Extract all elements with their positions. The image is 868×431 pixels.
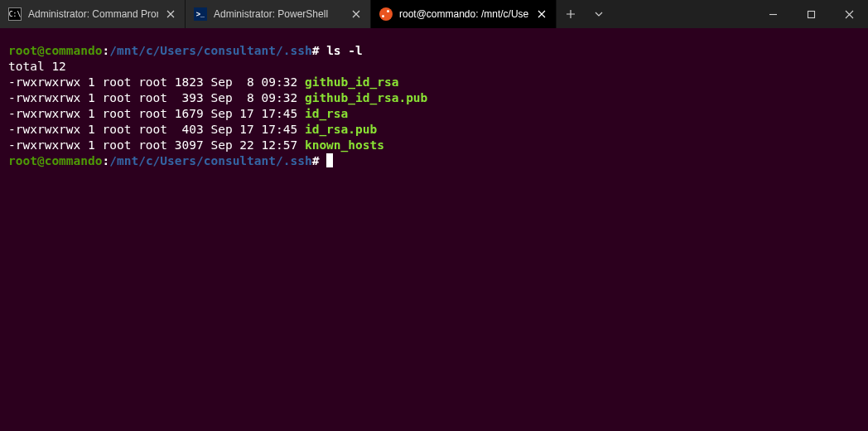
file-name: id_rsa [305, 107, 348, 120]
terminal-line: root@commando:/mnt/c/Users/consultant/.s… [8, 43, 860, 59]
ubuntu-icon [379, 7, 393, 21]
prompt-colon: : [103, 44, 110, 57]
close-icon[interactable] [536, 8, 547, 20]
prompt-colon: : [103, 154, 110, 167]
file-listing-row: -rwxrwxrwx 1 root root 393 Sep 8 09:32 g… [8, 90, 860, 106]
file-name: github_id_rsa [305, 75, 399, 89]
file-listing-row: -rwxrwxrwx 1 root root 1679 Sep 17 17:45… [8, 106, 860, 122]
terminal[interactable]: root@commando:/mnt/c/Users/consultant/.s… [0, 28, 868, 431]
tab-label: root@commando: /mnt/c/Users [399, 8, 529, 20]
close-icon[interactable] [165, 8, 176, 20]
prompt-path: /mnt/c/Users/consultant/.ssh [109, 44, 311, 57]
tab-label: Administrator: PowerShell [214, 8, 344, 20]
file-name: id_rsa.pub [305, 123, 377, 136]
prompt-symbol: # [312, 44, 320, 57]
new-tab-button[interactable] [557, 0, 585, 28]
file-name: known_hosts [305, 138, 384, 152]
tab-dropdown-button[interactable] [585, 0, 613, 28]
terminal-line: total 12 [8, 59, 860, 75]
terminal-line: root@commando:/mnt/c/Users/consultant/.s… [8, 153, 860, 169]
tab-ubuntu[interactable]: root@commando: /mnt/c/Users [371, 0, 557, 28]
titlebar-rest [557, 0, 868, 28]
tab-powershell[interactable]: >_ Administrator: PowerShell [186, 0, 371, 28]
close-window-button[interactable] [830, 0, 868, 28]
prompt-user-host: root@commando [8, 154, 103, 167]
file-name: github_id_rsa.pub [305, 91, 427, 104]
minimize-button[interactable] [754, 0, 792, 28]
tab-cmd[interactable]: C:\ Administrator: Command Promp [0, 0, 186, 28]
cursor [326, 153, 333, 167]
cmd-icon: C:\ [8, 7, 22, 21]
file-listing-row: -rwxrwxrwx 1 root root 1823 Sep 8 09:32 … [8, 75, 860, 90]
tab-label: Administrator: Command Promp [28, 8, 158, 20]
powershell-icon: >_ [194, 7, 207, 21]
svg-rect-0 [808, 11, 814, 17]
window-controls [754, 0, 868, 28]
close-icon[interactable] [350, 8, 362, 20]
maximize-button[interactable] [792, 0, 830, 28]
titlebar: C:\ Administrator: Command Promp >_ Admi… [0, 0, 868, 28]
command-text: ls -l [326, 44, 363, 57]
prompt-path: /mnt/c/Users/consultant/.ssh [109, 154, 311, 167]
file-listing-row: -rwxrwxrwx 1 root root 3097 Sep 22 12:57… [8, 138, 860, 153]
prompt-user-host: root@commando [8, 44, 103, 57]
prompt-symbol: # [312, 154, 320, 167]
file-listing-row: -rwxrwxrwx 1 root root 403 Sep 17 17:45 … [8, 122, 860, 138]
